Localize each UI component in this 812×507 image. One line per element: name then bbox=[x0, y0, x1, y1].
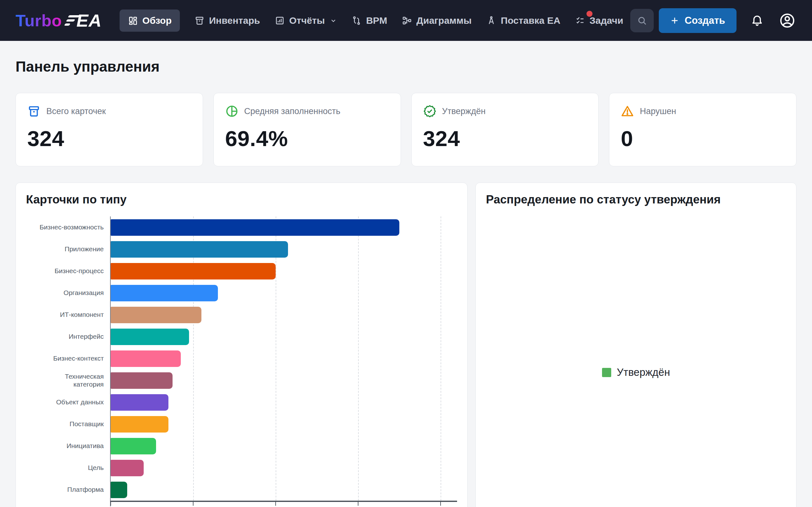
bar bbox=[111, 438, 156, 454]
bar bbox=[111, 416, 168, 433]
stat-card-total-cards: Всего карточек 324 bbox=[15, 93, 203, 166]
bar-row bbox=[111, 370, 457, 391]
bell-icon bbox=[751, 14, 764, 27]
bar-label: Бизнес-контекст bbox=[26, 348, 110, 370]
nav-item-label: Задачи bbox=[590, 15, 623, 26]
bar bbox=[111, 482, 127, 498]
bar bbox=[111, 307, 201, 323]
bar-row bbox=[111, 216, 457, 238]
x-tick bbox=[110, 502, 111, 506]
cards-by-type-panel: Карточки по типу Бизнес-возможностьПрило… bbox=[15, 182, 467, 507]
user-circle-icon bbox=[779, 12, 796, 29]
top-navbar: Turbo EA Обзор Инвентарь Отчёты bbox=[0, 0, 812, 41]
notifications-button[interactable] bbox=[751, 14, 764, 27]
nav-item-label: Диаграммы bbox=[416, 15, 472, 26]
bar bbox=[111, 219, 399, 236]
notification-dot bbox=[587, 11, 593, 17]
bar bbox=[111, 285, 218, 301]
approval-status-panel: Распределение по статусу утверждения Утв… bbox=[475, 182, 797, 507]
x-tick bbox=[193, 502, 194, 506]
navbar-actions: Создать bbox=[630, 8, 796, 33]
stats-row: Всего карточек 324 Средняя заполненность… bbox=[15, 93, 797, 166]
stat-value: 0 bbox=[621, 126, 785, 151]
create-button-label: Создать bbox=[685, 15, 725, 26]
bar bbox=[111, 241, 288, 258]
bar-row bbox=[111, 435, 457, 457]
bar bbox=[111, 372, 172, 389]
bar-label: Интерфейс bbox=[26, 326, 110, 348]
create-button[interactable]: Создать bbox=[659, 8, 737, 33]
bar-row bbox=[111, 326, 457, 348]
nav-item-inventory[interactable]: Инвентарь bbox=[194, 15, 260, 26]
bar-row bbox=[111, 304, 457, 326]
nav-item-label: Инвентарь bbox=[209, 15, 260, 26]
x-tick bbox=[275, 502, 276, 506]
nav-item-diagrams[interactable]: Диаграммы bbox=[402, 15, 472, 26]
stat-card-approved: Утверждён 324 bbox=[411, 93, 599, 166]
x-tick bbox=[440, 502, 441, 506]
pie-chart-icon bbox=[225, 105, 239, 118]
bar bbox=[111, 350, 181, 367]
bar-label: Организация bbox=[26, 282, 110, 304]
bar-label: Бизнес-возможность bbox=[26, 216, 110, 238]
nav-item-label: Обзор bbox=[142, 15, 171, 26]
logo-text-turbo: Turbo bbox=[15, 11, 62, 30]
pie-legend: Утверждён bbox=[486, 366, 786, 378]
bar bbox=[111, 263, 275, 279]
warning-triangle-icon bbox=[621, 105, 634, 118]
stat-label: Средняя заполненность bbox=[244, 107, 340, 116]
archive-icon bbox=[194, 15, 205, 26]
bar-row bbox=[111, 457, 457, 479]
x-ticks bbox=[111, 502, 457, 506]
search-button[interactable] bbox=[630, 9, 654, 32]
stat-value: 324 bbox=[27, 126, 191, 151]
bar-row bbox=[111, 413, 457, 435]
chevron-down-icon bbox=[330, 17, 337, 24]
workflow-icon bbox=[351, 15, 362, 26]
bar bbox=[111, 394, 168, 411]
main-menu: Обзор Инвентарь Отчёты BPM bbox=[119, 9, 623, 32]
bar-label: Техническая категория bbox=[26, 370, 110, 391]
bar-label: Объект данных bbox=[26, 391, 110, 413]
bar-chart: Бизнес-возможностьПриложениеБизнес-проце… bbox=[26, 216, 457, 506]
nav-item-overview[interactable]: Обзор bbox=[119, 9, 180, 32]
dashboard-icon bbox=[128, 15, 138, 26]
diagram-nodes-icon bbox=[402, 15, 412, 26]
bar bbox=[111, 329, 189, 345]
nav-item-reports[interactable]: Отчёты bbox=[275, 15, 337, 26]
bar-row bbox=[111, 479, 457, 501]
stat-card-violated: Нарушен 0 bbox=[609, 93, 797, 166]
bar-row bbox=[111, 348, 457, 370]
nav-item-ea-delivery[interactable]: Поставка EA bbox=[486, 15, 560, 26]
tasks-icon bbox=[575, 15, 585, 26]
stat-value: 324 bbox=[423, 126, 587, 151]
nav-item-label: Поставка EA bbox=[501, 15, 560, 26]
page-title: Панель управления bbox=[15, 58, 797, 75]
bar-row bbox=[111, 282, 457, 304]
plus-icon bbox=[670, 16, 679, 25]
bar-plot bbox=[110, 216, 457, 506]
nav-item-tasks[interactable]: Задачи bbox=[575, 15, 623, 26]
main-content: Панель управления Всего карточек 324 Сре… bbox=[0, 58, 812, 507]
verified-badge-icon bbox=[423, 105, 437, 118]
legend-item-approved[interactable]: Утверждён bbox=[602, 366, 670, 378]
bar-chart-title: Карточки по типу bbox=[26, 193, 457, 206]
bar-label: Цель bbox=[26, 457, 110, 479]
search-icon bbox=[637, 15, 647, 26]
stat-label: Всего карточек bbox=[46, 107, 106, 116]
stat-value: 69.4% bbox=[225, 126, 389, 151]
nav-item-bpm[interactable]: BPM bbox=[351, 15, 387, 26]
stat-card-avg-completeness: Средняя заполненность 69.4% bbox=[213, 93, 401, 166]
bar-row bbox=[111, 238, 457, 260]
legend-swatch bbox=[602, 368, 611, 377]
bar-label: Инициатива bbox=[26, 435, 110, 457]
bar-row bbox=[111, 391, 457, 413]
archive-box-icon bbox=[27, 105, 41, 118]
pie-chart-title: Распределение по статусу утверждения bbox=[486, 193, 786, 206]
app-logo[interactable]: Turbo EA bbox=[15, 10, 102, 31]
report-chart-icon bbox=[275, 15, 285, 26]
bar-labels: Бизнес-возможностьПриложениеБизнес-проце… bbox=[26, 216, 110, 506]
bar-label: ИТ-компонент bbox=[26, 304, 110, 326]
logo-text-ea: EA bbox=[77, 10, 102, 31]
account-button[interactable] bbox=[779, 12, 796, 29]
